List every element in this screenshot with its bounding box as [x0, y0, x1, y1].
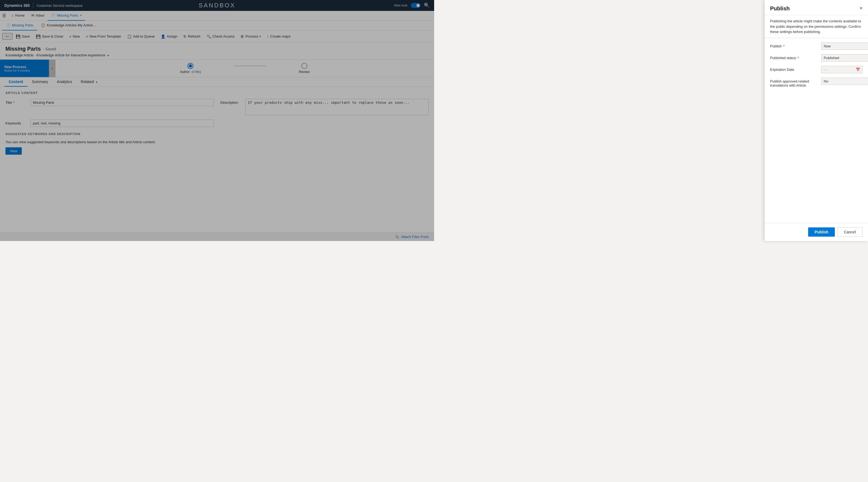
panel-overlay[interactable]	[0, 0, 434, 241]
